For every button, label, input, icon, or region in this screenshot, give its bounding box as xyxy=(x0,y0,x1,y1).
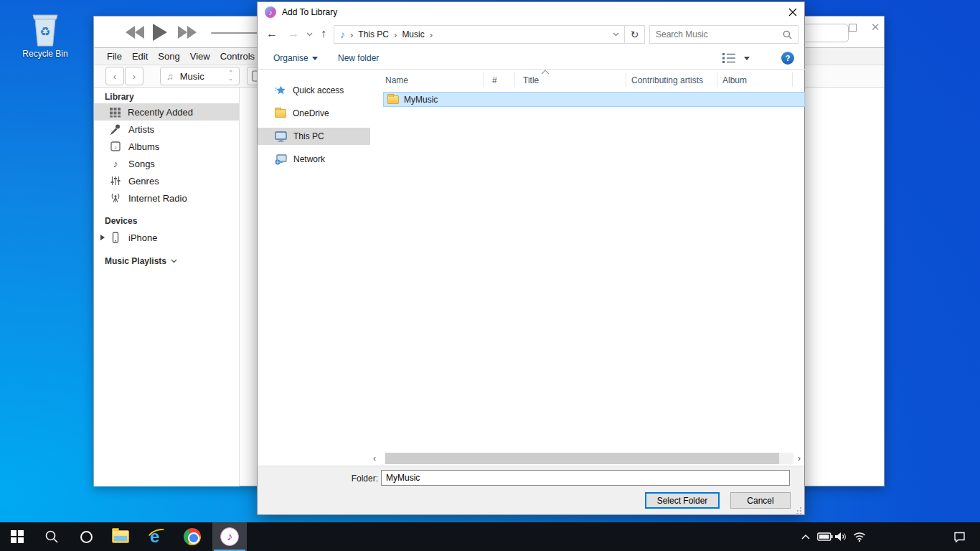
itunes-app-icon: ♪ xyxy=(265,6,276,18)
chevron-down-icon xyxy=(171,259,177,263)
note-icon: ♪ xyxy=(110,158,121,169)
sidebar-item-albums[interactable]: ♪ Albums xyxy=(94,138,239,155)
action-center-button[interactable] xyxy=(947,522,971,551)
album-icon: ♪ xyxy=(110,141,121,152)
select-folder-button[interactable]: Select Folder xyxy=(645,492,720,509)
details-view-icon[interactable] xyxy=(722,53,736,63)
svg-text:♪: ♪ xyxy=(114,144,117,151)
menu-item-song[interactable]: Song xyxy=(158,51,179,62)
search-input[interactable] xyxy=(650,29,783,39)
menu-item-edit[interactable]: Edit xyxy=(132,51,148,62)
forward-button[interactable]: › xyxy=(125,67,143,85)
library-header: Library xyxy=(94,88,239,103)
sidebar-item-artists[interactable]: Artists xyxy=(94,121,239,138)
sidebar-item-label: Artists xyxy=(128,124,154,135)
tray-wifi-button[interactable] xyxy=(849,522,870,551)
music-note-icon: ♫ xyxy=(166,71,174,82)
sidebar-item-recently-added[interactable]: Recently Added xyxy=(94,103,239,121)
windows-logo-icon xyxy=(11,530,24,543)
taskbar-search-button[interactable] xyxy=(34,522,69,551)
nav-history-chevron-icon[interactable] xyxy=(306,32,313,37)
previous-track-icon[interactable] xyxy=(126,26,144,42)
back-button[interactable]: ‹ xyxy=(105,67,124,85)
network-icon xyxy=(275,154,287,165)
tray-volume-button[interactable] xyxy=(831,522,851,551)
itunes-taskbar-button[interactable]: ♪ xyxy=(212,522,247,551)
scroll-right-arrow-icon[interactable]: › xyxy=(798,453,801,463)
nav-item-label: Quick access xyxy=(293,85,344,95)
file-row-mymusic[interactable]: MyMusic xyxy=(383,92,805,107)
close-window-icon[interactable]: ✕ xyxy=(869,21,882,34)
column-header-number[interactable]: # xyxy=(492,75,497,85)
search-field[interactable] xyxy=(649,25,798,44)
dialog-close-icon[interactable] xyxy=(788,8,797,17)
next-track-icon[interactable] xyxy=(178,26,197,42)
dialog-title-bar[interactable]: ♪ Add To Library xyxy=(258,2,804,22)
recycle-symbol: ♻ xyxy=(39,25,50,39)
sidebar-item-internet-radio[interactable]: Internet Radio xyxy=(94,189,239,207)
column-header-contributing-artists[interactable]: Contributing artists xyxy=(631,75,703,85)
nav-item-label: OneDrive xyxy=(293,108,329,118)
horizontal-scrollbar[interactable]: ‹ › xyxy=(372,453,806,464)
cancel-button[interactable]: Cancel xyxy=(730,492,791,509)
sidebar-item-label: Genres xyxy=(128,176,159,187)
nav-back-icon[interactable]: ← xyxy=(266,27,278,40)
recycle-bin-shortcut[interactable]: ♻ Recycle Bin xyxy=(13,7,77,59)
column-header-title[interactable]: Title xyxy=(523,75,539,85)
nav-item-onedrive[interactable]: OneDrive xyxy=(258,105,370,122)
nav-item-quick-access[interactable]: Quick access xyxy=(258,82,370,99)
iphone-icon xyxy=(110,232,121,243)
sidebar-item-label: Recently Added xyxy=(128,107,193,118)
nav-up-icon[interactable]: ↑ xyxy=(321,27,326,40)
address-dropdown-icon[interactable] xyxy=(613,32,619,37)
maximize-icon[interactable] xyxy=(849,24,857,32)
grid-icon xyxy=(110,107,121,118)
media-picker-dropdown[interactable]: ♫ Music ⌃⌄ xyxy=(160,67,240,85)
microphone-icon xyxy=(110,123,121,135)
menu-item-file[interactable]: File xyxy=(107,51,122,62)
cortana-button[interactable] xyxy=(69,522,103,551)
menu-item-view[interactable]: View xyxy=(190,51,210,62)
sidebar-item-label: Songs xyxy=(128,159,155,169)
refresh-button[interactable]: ↻ xyxy=(625,25,645,44)
file-explorer-button[interactable] xyxy=(103,522,138,551)
column-header-name[interactable]: Name xyxy=(385,75,408,85)
breadcrumb-this-pc[interactable]: This PC xyxy=(358,29,389,39)
scrollbar-thumb[interactable] xyxy=(385,453,779,464)
wifi-icon xyxy=(853,532,866,542)
music-playlists-header[interactable]: Music Playlists xyxy=(94,256,239,266)
sidebar-item-genres[interactable]: Genres xyxy=(94,172,239,189)
svg-text:♪: ♪ xyxy=(113,158,118,169)
menu-item-controls[interactable]: Controls xyxy=(220,51,255,62)
chrome-icon xyxy=(184,528,201,545)
internet-explorer-button[interactable]: e xyxy=(141,522,175,551)
play-icon[interactable] xyxy=(153,24,167,44)
sidebar-item-label: Albums xyxy=(128,141,159,152)
column-header-album[interactable]: Album xyxy=(722,75,747,85)
chrome-button[interactable] xyxy=(175,522,209,551)
itunes-icon: ♪ xyxy=(220,527,239,546)
start-button[interactable] xyxy=(0,522,34,551)
nav-item-this-pc[interactable]: This PC xyxy=(258,128,370,145)
scroll-left-arrow-icon[interactable]: ‹ xyxy=(373,453,376,463)
speaker-icon xyxy=(834,532,847,542)
nav-item-network[interactable]: Network xyxy=(258,151,370,168)
sidebar-item-songs[interactable]: ♪ Songs xyxy=(94,155,239,172)
organise-dropdown[interactable]: Organise xyxy=(273,53,318,63)
expander-icon[interactable] xyxy=(100,235,105,240)
refresh-icon: ↻ xyxy=(631,29,639,40)
address-bar[interactable]: ♪ › This PC › Music › xyxy=(334,25,625,44)
sidebar-item-iphone[interactable]: iPhone xyxy=(94,229,239,246)
tray-show-hidden-button[interactable] xyxy=(795,522,816,551)
cortana-icon xyxy=(80,531,93,543)
breadcrumb-music[interactable]: Music xyxy=(402,29,424,39)
folder-name-input[interactable] xyxy=(381,470,790,486)
file-explorer-icon xyxy=(112,530,129,543)
new-folder-button[interactable]: New folder xyxy=(338,53,379,63)
file-list-header: Name # Title Contributing artists Album xyxy=(372,71,806,88)
help-icon[interactable]: ? xyxy=(781,52,794,65)
crumb-separator: › xyxy=(394,29,397,40)
resize-grip[interactable] xyxy=(796,507,802,514)
itunes-search-field[interactable] xyxy=(798,24,849,42)
view-dropdown-chevron-icon[interactable] xyxy=(744,57,750,60)
